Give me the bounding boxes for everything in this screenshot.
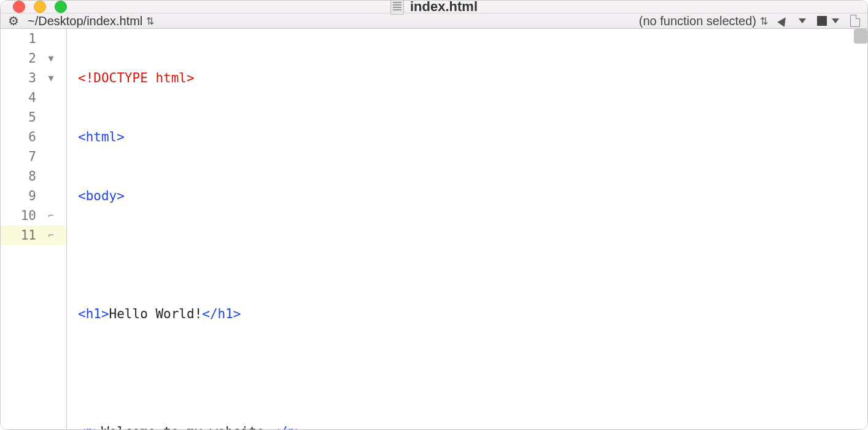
line-number: 8: [1, 169, 40, 184]
code-token: <body>: [78, 189, 125, 203]
line-number: 10: [1, 208, 40, 223]
line-number-gutter[interactable]: 1 2▼ 3▼ 4 5 6 7 8 9 10⌐ 11⌐: [1, 29, 67, 430]
code-token: <!DOCTYPE html>: [78, 71, 195, 85]
zoom-window-button[interactable]: [55, 1, 67, 13]
traffic-lights: [13, 1, 67, 13]
code-token: <p>: [78, 424, 101, 430]
line-number: 2: [1, 51, 40, 66]
new-file-icon[interactable]: [850, 15, 860, 27]
line-number: 7: [1, 149, 40, 164]
code-token: <html>: [78, 130, 125, 144]
toolbar: ⚙ ~/Desktop/index.html ⇅ (no function se…: [1, 14, 867, 29]
code-token: Welcome to my website.: [101, 424, 272, 430]
file-path[interactable]: ~/Desktop/index.html: [28, 14, 142, 28]
fold-marker[interactable]: ⌐: [40, 210, 62, 221]
line-number: 1: [1, 31, 40, 46]
toolbar-right-icons: [779, 15, 860, 27]
window-title: index.html: [410, 0, 478, 15]
line-number: 3: [1, 71, 40, 85]
function-dropdown-icon[interactable]: ⇅: [760, 15, 768, 27]
editor-window: index.html ⚙ ~/Desktop/index.html ⇅ (no …: [0, 0, 868, 430]
minimize-window-button[interactable]: [34, 1, 46, 13]
fold-marker[interactable]: ▼: [40, 72, 62, 84]
line-number: 6: [1, 130, 40, 144]
code-token: <h1>: [78, 307, 109, 321]
line-number: 9: [1, 189, 40, 203]
vertical-scrollbar[interactable]: [854, 29, 867, 44]
editor-area: 1 2▼ 3▼ 4 5 6 7 8 9 10⌐ 11⌐ <!DOCTYPE ht…: [1, 29, 867, 430]
view-mode-icon[interactable]: [817, 16, 827, 26]
code-token: </p>: [272, 424, 303, 430]
path-dropdown-icon[interactable]: ⇅: [146, 15, 154, 27]
chevron-down-icon[interactable]: [832, 18, 839, 23]
line-number: 5: [1, 110, 40, 125]
titlebar: index.html: [1, 1, 867, 14]
close-window-button[interactable]: [13, 1, 25, 13]
gear-icon[interactable]: ⚙: [8, 14, 19, 28]
line-number: 4: [1, 90, 40, 105]
fold-marker[interactable]: ▼: [40, 53, 62, 64]
fold-marker[interactable]: ⌐: [40, 230, 62, 241]
chevron-down-icon[interactable]: [799, 18, 806, 23]
code-token: Hello World!: [109, 307, 203, 321]
document-icon: [390, 0, 404, 15]
code-token: </h1>: [202, 307, 241, 321]
line-number: 11: [1, 228, 40, 243]
pin-icon[interactable]: [777, 15, 789, 26]
title-center: index.html: [390, 0, 478, 15]
function-selector[interactable]: (no function selected): [639, 14, 756, 28]
code-view[interactable]: <!DOCTYPE html> <html> <body> <h1>Hello …: [67, 29, 867, 430]
